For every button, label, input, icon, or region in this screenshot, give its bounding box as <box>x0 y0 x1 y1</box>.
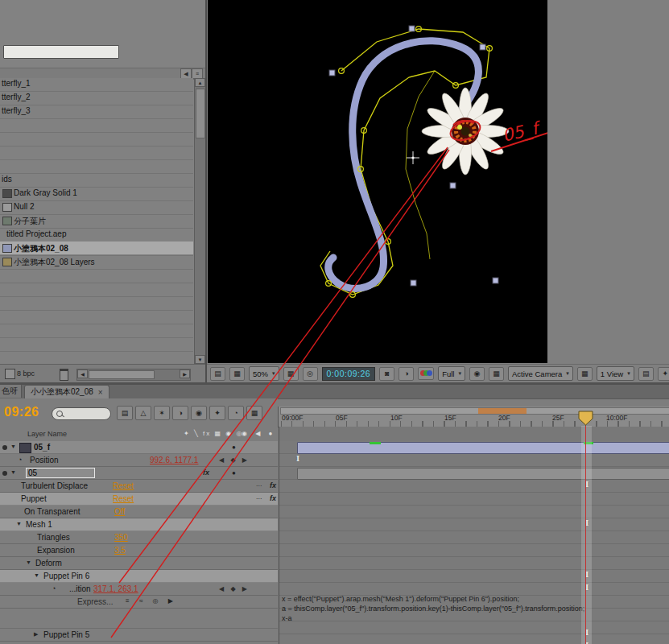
switches-column-icons[interactable]: ✦ ╲ fx ▦ ◉ ◎ <box>184 430 243 437</box>
stopwatch-icon[interactable]: ◔ <box>52 584 56 592</box>
project-item[interactable]: tterfly_2 <box>0 91 193 104</box>
keyframe-nav[interactable]: ◀ ◆ ▶ <box>219 456 250 464</box>
timeline-row-puppet[interactable]: Puppet Reset ... fx <box>0 493 278 506</box>
comp-timecode[interactable]: 0:00:09:26 <box>322 367 376 381</box>
frame-blend-icon[interactable]: ◑ <box>172 406 188 420</box>
property-label[interactable]: ...ition <box>69 584 91 593</box>
comp-flowchart-icon[interactable]: ▤ <box>117 406 133 420</box>
project-filter-input[interactable] <box>3 45 119 59</box>
effect-label[interactable]: Turbulent Displace <box>21 481 88 490</box>
item-label[interactable]: tterfly_1 <box>2 79 31 88</box>
twirl-icon[interactable]: ▼ <box>26 559 31 565</box>
item-label[interactable]: 分子葉片 <box>14 216 46 227</box>
options-dots[interactable]: ... <box>256 493 262 501</box>
expression-label[interactable]: Express... <box>77 597 113 606</box>
view-dropdown[interactable]: 1 View ▾ <box>597 366 634 381</box>
layer-duration-bar-05f[interactable] <box>297 442 669 454</box>
twirl-icon[interactable]: ▶ <box>34 631 38 638</box>
group-label[interactable]: Puppet Pin 6 <box>43 572 89 580</box>
timeline-row-mesh-1[interactable]: ▼ Mesh 1 <box>0 518 278 531</box>
timeline-row-triangles[interactable]: Triangles 350 <box>0 531 278 544</box>
project-item[interactable]: 小塗鴉本02_08 Layers <box>0 255 193 268</box>
item-label[interactable]: titled Project.aep <box>6 229 67 238</box>
keyframe-marker[interactable]: I <box>584 480 590 489</box>
project-item[interactable]: titled Project.aep <box>0 228 193 241</box>
twirl-icon[interactable]: ▼ <box>16 521 22 526</box>
item-label[interactable]: Null 2 <box>14 202 35 211</box>
effect-label[interactable]: Puppet <box>21 494 47 503</box>
property-value[interactable]: 350 <box>114 533 128 542</box>
timeline-track-area[interactable]: I I I I I I I x = effect("Puppet").arap.… <box>279 427 669 644</box>
layer-name[interactable]: 05_f <box>34 443 50 452</box>
property-value[interactable]: 3.5 <box>114 546 126 555</box>
graph-editor-icon[interactable]: ▦ <box>246 406 262 420</box>
stopwatch-icon[interactable]: ◔ <box>18 456 22 464</box>
transparency-grid-icon[interactable]: ▦ <box>489 367 504 381</box>
timeline-row-turbulent-displace[interactable]: Turbulent Displace Reset ... fx <box>0 480 278 493</box>
magnification-dropdown[interactable]: 50% ▾ <box>249 366 279 381</box>
video-switch-icon[interactable]: ● <box>232 469 236 477</box>
keyframe-marker[interactable]: I <box>584 628 590 637</box>
group-label[interactable]: Mesh 1 <box>26 520 52 529</box>
auto-keyframe-icon[interactable]: ◔ <box>228 406 244 420</box>
show-channel-icon[interactable] <box>418 367 434 380</box>
property-label[interactable]: Triangles <box>37 533 70 542</box>
group-label[interactable]: Puppet Pin 5 <box>43 630 89 639</box>
snapshot-icon[interactable]: ◙ <box>379 367 394 381</box>
work-area-marker[interactable] <box>478 408 527 414</box>
keyframe-marker[interactable]: I <box>584 518 590 527</box>
expression-line[interactable]: x = effect("Puppet").arap.mesh("Mesh 1")… <box>282 595 519 603</box>
twirl-icon[interactable]: ▼ <box>34 572 39 578</box>
motion-blur-icon[interactable]: ◉ <box>191 406 207 420</box>
reset-link[interactable]: Reset <box>113 481 134 490</box>
always-preview-icon[interactable]: ▤ <box>210 367 225 381</box>
project-item[interactable]: Null 2 <box>0 200 193 213</box>
group-label[interactable]: Deform <box>35 559 62 568</box>
item-label[interactable]: Dark Gray Solid 1 <box>14 188 77 197</box>
shy-icon[interactable]: ✶ <box>154 406 170 420</box>
reset-link[interactable]: Reset <box>113 494 134 503</box>
keyframe-marker[interactable]: I <box>295 454 301 463</box>
region-of-interest-icon[interactable]: ▦ <box>229 367 245 381</box>
video-switch-icon[interactable]: ● <box>232 444 236 451</box>
mask-visibility-icon[interactable]: ◎ <box>303 367 318 381</box>
item-label[interactable]: tterfly_2 <box>2 93 31 101</box>
close-icon[interactable]: × <box>98 388 103 397</box>
item-label[interactable]: 小塗鴉本02_08 <box>14 243 68 254</box>
fast-preview-icon[interactable]: ✦ <box>658 367 669 381</box>
scroll-down-icon[interactable]: ▼ <box>195 355 205 364</box>
layer-name-header[interactable]: Layer Name <box>27 430 67 438</box>
bit-depth-label[interactable]: 8 bpc <box>17 369 35 378</box>
project-item[interactable]: tterfly_1 <box>0 77 193 90</box>
brush-stroke[interactable] <box>328 41 479 289</box>
timeline-search-input[interactable] <box>52 407 111 420</box>
property-label[interactable]: On Transparent <box>24 507 80 516</box>
draft-3d-icon[interactable]: △ <box>135 406 151 420</box>
twirl-icon[interactable]: ▼ <box>10 444 16 449</box>
expression-line[interactable]: x-a <box>282 614 292 622</box>
scroll-up-icon[interactable]: ▲ <box>195 78 205 87</box>
project-item[interactable]: tterfly_3 <box>0 105 193 118</box>
grid-guides-icon[interactable]: ▦ <box>283 367 299 381</box>
trash-icon[interactable] <box>60 369 68 381</box>
expression-toolbar-icons[interactable]: ≡ ≈ ◎ ▶ <box>126 597 177 605</box>
timeline-row-on-transparent[interactable]: On Transparent Off <box>0 506 278 518</box>
flower-image[interactable] <box>422 88 509 175</box>
time-ruler[interactable]: 09:00F 05F 10F 15F 20F 25F 10:00F <box>278 407 669 427</box>
project-item-selected[interactable]: 小塗鴉本02_08 <box>0 242 193 254</box>
timeline-row-deform[interactable]: ▼ Deform <box>0 557 278 570</box>
bit-depth-icon[interactable] <box>5 369 15 379</box>
options-dots[interactable]: ... <box>256 480 262 488</box>
project-horizontal-scrollbar[interactable]: ◀ ▶ <box>76 369 191 381</box>
av-column-icons[interactable]: ◉ ◀ ● <box>242 430 275 437</box>
property-label[interactable]: Expansion <box>37 546 75 555</box>
property-label[interactable]: Position <box>30 456 59 464</box>
brainstorm-icon[interactable]: ✦ <box>209 406 225 420</box>
show-snapshot-icon[interactable]: ◑ <box>399 367 414 381</box>
current-time-display[interactable]: 09:26 <box>4 405 39 419</box>
camera-dropdown[interactable]: Active Camera ▾ <box>508 366 573 381</box>
timeline-tab-fragment[interactable]: 色呀 <box>0 385 22 398</box>
timeline-row-position[interactable]: ◔ Position 992.6, 1177.1 ◀ ◆ ▶ <box>0 454 278 467</box>
project-vertical-scrollbar[interactable]: ▲ ▼ <box>194 78 205 364</box>
item-label[interactable]: tterfly_3 <box>2 106 31 115</box>
